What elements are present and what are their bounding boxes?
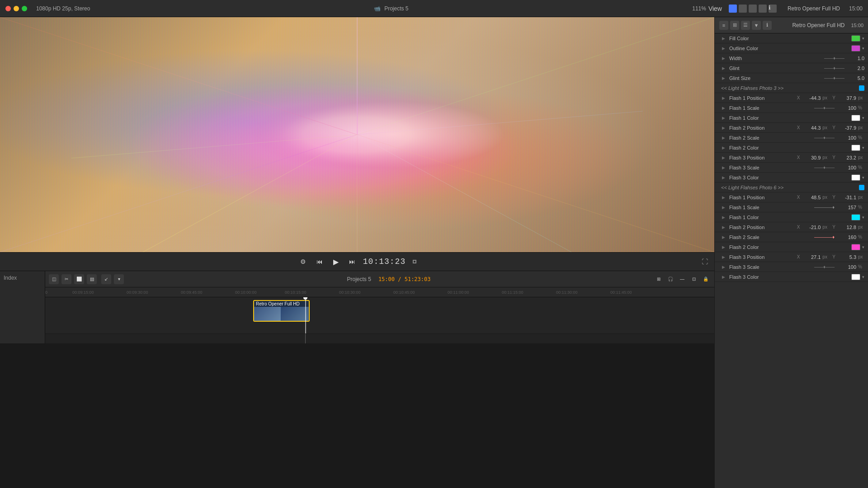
timeline-tool-1[interactable]: ◫ <box>49 274 59 284</box>
width-row[interactable]: ▶ Width ——♦—— 1.0 <box>715 53 868 63</box>
flash3b-color-swatch[interactable] <box>851 274 860 280</box>
maximize-button[interactable] <box>22 6 27 11</box>
flash2-scale-expand[interactable]: ▶ <box>722 136 726 140</box>
flash2b-scale-expand[interactable]: ▶ <box>722 235 726 239</box>
glint-row[interactable]: ▶ Glint ——♦—— 2.0 <box>715 63 868 73</box>
flash2b-scale-row[interactable]: ▶ Flash 2 Scale ————♦ 160 % <box>715 232 868 242</box>
panel-info-view[interactable]: ℹ <box>763 21 772 30</box>
flash3b-scale-expand[interactable]: ▶ <box>722 265 726 269</box>
empty-track <box>45 333 714 343</box>
flash1-color-expand[interactable]: ▶ <box>722 116 726 120</box>
glint-expand[interactable]: ▶ <box>722 66 726 70</box>
skip-back-button[interactable]: ⏮ <box>314 256 325 267</box>
panel-detail-view[interactable]: ☰ <box>741 21 750 30</box>
flash3b-color-expand[interactable]: ▶ <box>722 275 726 279</box>
settings-button[interactable]: ⚙ <box>298 256 309 267</box>
flash1b-scale-expand[interactable]: ▶ <box>722 205 726 210</box>
flash3b-color-dropdown[interactable]: ▾ <box>862 275 864 279</box>
flash1b-scale-row[interactable]: ▶ Flash 1 Scale ————♦ 157 % <box>715 202 868 212</box>
flash1b-position-row[interactable]: ▶ Flash 1 Position X 48.5 px Y -31.1 px <box>715 192 868 202</box>
flash3b-y-label: Y <box>832 254 835 259</box>
section2-checkbox[interactable] <box>859 185 864 190</box>
glint-size-row[interactable]: ▶ Glint Size ——♦—— 5.0 <box>715 73 868 83</box>
flash1-scale-row[interactable]: ▶ Flash 1 Scale ——♦—— 100 % <box>715 103 868 113</box>
fill-color-expand[interactable]: ▶ <box>722 36 726 41</box>
flash1b-color-swatch[interactable] <box>851 214 860 221</box>
flash2-position-expand[interactable]: ▶ <box>722 126 726 130</box>
width-expand[interactable]: ▶ <box>722 56 726 61</box>
flash3-color-swatch[interactable] <box>851 174 860 181</box>
flash1b-color-expand[interactable]: ▶ <box>722 215 726 220</box>
timeline-main[interactable]: ◫ ✂ ⬜ ▤ ↙ ▾ Projects 5 15:00 / 51:23:03 … <box>45 271 714 343</box>
timeline-audio-2[interactable]: — <box>677 274 687 284</box>
flash2b-position-row[interactable]: ▶ Flash 2 Position X -21.0 px Y 12.8 px <box>715 222 868 232</box>
flash3b-y-value: 5.3 <box>838 254 856 260</box>
timeline-tool-6[interactable]: ▾ <box>114 274 124 284</box>
close-button[interactable] <box>5 6 11 11</box>
clip-item[interactable]: Retro Opener Full HD <box>253 300 310 322</box>
minimize-button[interactable] <box>14 6 19 11</box>
flash2b-color-expand[interactable]: ▶ <box>722 245 726 249</box>
timeline-tool-3[interactable]: ⬜ <box>74 274 84 284</box>
timeline-tool-5[interactable]: ↙ <box>101 274 111 284</box>
section2-link[interactable]: << Light Flahses Photo 6 >> <box>715 183 868 192</box>
timeline-expand[interactable]: ⊡ <box>689 274 699 284</box>
flash3b-position-expand[interactable]: ▶ <box>722 255 726 259</box>
flash1-color-row[interactable]: ▶ Flash 1 Color ▾ <box>715 113 868 123</box>
flash3-color-row[interactable]: ▶ Flash 3 Color ▾ <box>715 173 868 183</box>
flash2-color-swatch[interactable] <box>851 145 860 151</box>
fill-color-row[interactable]: ▶ Fill Color ▾ <box>715 33 868 43</box>
fill-color-swatch[interactable] <box>851 35 860 42</box>
flash3-position-row[interactable]: ▶ Flash 3 Position X 30.9 px Y 23.2 px <box>715 153 868 163</box>
outline-color-row[interactable]: ▶ Outline Color ▾ <box>715 43 868 53</box>
section1-link[interactable]: << Light Flahses Photo 3 >> <box>715 83 868 93</box>
flash1-position-expand[interactable]: ▶ <box>722 96 726 100</box>
flash3b-position-row[interactable]: ▶ Flash 3 Position X 27.1 px Y 5.3 px <box>715 252 868 262</box>
flash1-color-dropdown[interactable]: ▾ <box>862 116 864 120</box>
timeline-tool-2[interactable]: ✂ <box>61 274 71 284</box>
flash1b-position-expand[interactable]: ▶ <box>722 195 726 200</box>
flash2-position-row[interactable]: ▶ Flash 2 Position X 44.3 px Y -37.9 px <box>715 123 868 133</box>
panel-filter-view[interactable]: ▼ <box>752 21 761 30</box>
flash3b-scale-row[interactable]: ▶ Flash 3 Scale ——♦—— 100 % <box>715 262 868 272</box>
flash3-scale-row[interactable]: ▶ Flash 3 Scale ——♦—— 100 % <box>715 163 868 173</box>
flash2-color-dropdown[interactable]: ▾ <box>862 145 864 150</box>
flash3b-color-row[interactable]: ▶ Flash 3 Color ▾ <box>715 272 868 282</box>
timeline-tool-4[interactable]: ▤ <box>87 274 97 284</box>
skip-forward-button[interactable]: ⏭ <box>347 256 358 267</box>
flash1b-color-row[interactable]: ▶ Flash 1 Color ▾ <box>715 212 868 222</box>
flash2b-position-expand[interactable]: ▶ <box>722 225 726 230</box>
timeline-audio-button[interactable]: 🎧 <box>665 274 675 284</box>
flash3-color-expand[interactable]: ▶ <box>722 175 726 180</box>
flash3-color-dropdown[interactable]: ▾ <box>862 175 864 180</box>
glint-size-expand[interactable]: ▶ <box>722 76 726 80</box>
section1-checkbox[interactable] <box>859 85 864 91</box>
fullscreen-button[interactable]: ⛶ <box>702 258 708 265</box>
flash1-position-row[interactable]: ▶ Flash 1 Position X -44.3 px Y 37.9 px <box>715 93 868 103</box>
flash1b-color-dropdown[interactable]: ▾ <box>862 215 864 220</box>
flash3-position-expand[interactable]: ▶ <box>722 155 726 160</box>
outline-color-swatch[interactable] <box>851 45 860 52</box>
fill-color-dropdown[interactable]: ▾ <box>862 36 864 41</box>
properties-list: ▶ Fill Color ▾ ▶ Outline Color ▾ ▶ Width… <box>715 33 868 488</box>
outline-color-expand[interactable]: ▶ <box>722 46 726 51</box>
timeline-lock[interactable]: 🔒 <box>701 274 711 284</box>
view-button[interactable]: View <box>710 3 721 14</box>
flash2-color-expand[interactable]: ▶ <box>722 145 726 150</box>
panel-grid-view[interactable]: ⊞ <box>730 21 739 30</box>
flash1-scale-expand[interactable]: ▶ <box>722 106 726 110</box>
flash2b-color-swatch[interactable] <box>851 244 860 250</box>
panel-list-view[interactable]: ≡ <box>719 21 728 30</box>
window-controls[interactable] <box>5 6 27 11</box>
flash2b-scale-slider: ————♦ <box>814 235 835 239</box>
flash3-scale-expand[interactable]: ▶ <box>722 165 726 170</box>
timeline-fit-button[interactable]: ⊞ <box>654 274 664 284</box>
outline-color-dropdown[interactable]: ▾ <box>862 46 864 51</box>
play-button[interactable]: ▶ <box>330 256 341 267</box>
flash2-color-row[interactable]: ▶ Flash 2 Color ▾ <box>715 143 868 153</box>
flash2-scale-row[interactable]: ▶ Flash 2 Scale ——♦—— 100 % <box>715 133 868 143</box>
flash2b-color-dropdown[interactable]: ▾ <box>862 245 864 249</box>
flash2b-color-row[interactable]: ▶ Flash 2 Color ▾ <box>715 242 868 252</box>
flash1-color-swatch[interactable] <box>851 115 860 121</box>
flash2b-position-label: Flash 2 Position <box>729 225 795 230</box>
